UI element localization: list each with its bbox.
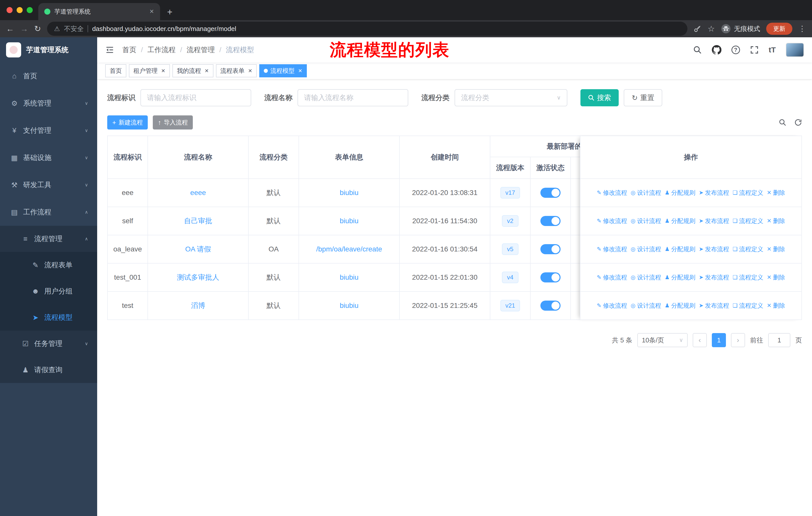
refresh-table-icon[interactable] xyxy=(794,119,802,126)
publish-process-link[interactable]: ➤发布流程 xyxy=(699,189,729,197)
form-info-link[interactable]: biubiu xyxy=(340,189,359,197)
bookmark-star-icon[interactable]: ☆ xyxy=(707,25,715,33)
minimize-window-button[interactable] xyxy=(17,7,23,13)
process-definition-link[interactable]: ❏流程定义 xyxy=(733,217,763,225)
process-definition-link[interactable]: ❏流程定义 xyxy=(733,245,763,253)
reset-button[interactable]: ↻ 重置 xyxy=(624,89,662,106)
modify-process-link[interactable]: ✎修改流程 xyxy=(597,189,627,197)
close-tag-icon[interactable]: ✕ xyxy=(205,68,209,74)
next-page-button[interactable]: › xyxy=(731,333,745,347)
process-name-link[interactable]: 滔博 xyxy=(191,301,205,310)
assign-rule-link[interactable]: ♟分配规则 xyxy=(665,245,695,253)
process-name-link[interactable]: OA 请假 xyxy=(185,244,211,254)
tag-my-process[interactable]: 我的流程✕ xyxy=(172,64,213,77)
delete-process-link[interactable]: ✕删除 xyxy=(767,245,785,253)
sidebar-item-process-manage[interactable]: ≡流程管理∧ xyxy=(0,226,97,252)
modify-process-link[interactable]: ✎修改流程 xyxy=(597,273,627,281)
sidebar-item-user-group[interactable]: ☻用户分组 xyxy=(0,278,97,304)
category-select[interactable]: 流程分类 ∨ xyxy=(455,89,567,106)
publish-process-link[interactable]: ➤发布流程 xyxy=(699,217,729,225)
password-key-icon[interactable] xyxy=(693,25,701,33)
form-info-link[interactable]: biubiu xyxy=(340,302,359,310)
browser-tab[interactable]: 芋道管理系统 ✕ xyxy=(38,3,160,20)
browser-menu-icon[interactable]: ⋮ xyxy=(799,25,806,32)
github-icon[interactable] xyxy=(712,45,721,55)
process-name-link[interactable]: 自己审批 xyxy=(184,216,212,226)
update-button[interactable]: 更新 xyxy=(766,23,792,35)
help-icon[interactable]: ? xyxy=(731,46,740,54)
design-process-link[interactable]: ◎设计流程 xyxy=(631,273,661,281)
goto-page-input[interactable] xyxy=(768,333,790,347)
toggle-search-icon[interactable] xyxy=(779,119,786,126)
sidebar-item-infrastructure[interactable]: ▦基础设施∨ xyxy=(0,144,97,171)
create-process-button[interactable]: + 新建流程 xyxy=(107,115,148,130)
modify-process-link[interactable]: ✎修改流程 xyxy=(597,245,627,253)
delete-process-link[interactable]: ✕删除 xyxy=(767,217,785,225)
close-tag-icon[interactable]: ✕ xyxy=(161,68,165,74)
active-toggle[interactable] xyxy=(541,301,560,311)
sidebar-item-dev-tools[interactable]: ⚒研发工具∨ xyxy=(0,171,97,198)
process-definition-link[interactable]: ❏流程定义 xyxy=(733,302,763,310)
forward-button[interactable]: → xyxy=(20,25,28,33)
maximize-window-button[interactable] xyxy=(27,7,33,13)
publish-process-link[interactable]: ➤发布流程 xyxy=(699,273,729,281)
active-toggle[interactable] xyxy=(541,272,560,282)
url-bar[interactable]: ⚠ 不安全 dashboard.yudao.iocoder.cn/bpm/man… xyxy=(47,22,688,36)
sidebar-item-leave-query[interactable]: ♟请假查询 xyxy=(0,357,97,383)
sidebar-item-system-manage[interactable]: ⚙系统管理∨ xyxy=(0,90,97,117)
design-process-link[interactable]: ◎设计流程 xyxy=(631,217,661,225)
sidebar-item-process-model[interactable]: ➤流程模型 xyxy=(0,304,97,331)
assign-rule-link[interactable]: ♟分配规则 xyxy=(665,302,695,310)
search-icon[interactable] xyxy=(693,46,702,54)
sidebar-item-task-manage[interactable]: ☑任务管理∨ xyxy=(0,331,97,357)
form-info-link[interactable]: biubiu xyxy=(340,217,359,225)
page-size-select[interactable]: 10条/页 ∨ xyxy=(637,333,688,347)
tag-process-form[interactable]: 流程表单✕ xyxy=(216,64,257,77)
assign-rule-link[interactable]: ♟分配规则 xyxy=(665,273,695,281)
active-toggle[interactable] xyxy=(541,188,560,198)
assign-rule-link[interactable]: ♟分配规则 xyxy=(665,217,695,225)
process-name-link[interactable]: 测试多审批人 xyxy=(177,273,219,282)
sidebar-item-home[interactable]: ⌂首页 xyxy=(0,62,97,90)
modify-process-link[interactable]: ✎修改流程 xyxy=(597,217,627,225)
sidebar-collapse-icon[interactable] xyxy=(105,45,114,54)
assign-rule-link[interactable]: ♟分配规则 xyxy=(665,189,695,197)
sidebar-item-workflow[interactable]: ▤工作流程∧ xyxy=(0,198,97,226)
design-process-link[interactable]: ◎设计流程 xyxy=(631,189,661,197)
user-avatar[interactable] xyxy=(786,43,804,57)
publish-process-link[interactable]: ➤发布流程 xyxy=(699,245,729,253)
tag-tenant-manage[interactable]: 租户管理✕ xyxy=(129,64,170,77)
publish-process-link[interactable]: ➤发布流程 xyxy=(699,302,729,310)
process-definition-link[interactable]: ❏流程定义 xyxy=(733,273,763,281)
delete-process-link[interactable]: ✕删除 xyxy=(767,273,785,281)
process-name-link[interactable]: eeee xyxy=(190,189,206,197)
process-definition-link[interactable]: ❏流程定义 xyxy=(733,189,763,197)
breadcrumb-item[interactable]: 流程管理 xyxy=(187,45,215,55)
current-page-button[interactable]: 1 xyxy=(712,333,726,347)
fullscreen-icon[interactable] xyxy=(750,46,759,54)
close-tag-icon[interactable]: ✕ xyxy=(248,68,253,74)
form-info-link[interactable]: biubiu xyxy=(340,273,359,281)
prev-page-button[interactable]: ‹ xyxy=(693,333,707,347)
close-window-button[interactable] xyxy=(6,7,12,13)
design-process-link[interactable]: ◎设计流程 xyxy=(631,302,661,310)
breadcrumb-item[interactable]: 工作流程 xyxy=(147,45,176,55)
tag-home[interactable]: 首页 xyxy=(105,64,126,77)
process-name-input[interactable] xyxy=(297,89,408,106)
close-tab-icon[interactable]: ✕ xyxy=(149,8,154,15)
back-button[interactable]: ← xyxy=(6,25,14,33)
search-button[interactable]: 搜索 xyxy=(580,89,619,106)
form-info-link[interactable]: /bpm/oa/leave/create xyxy=(316,245,382,253)
process-key-input[interactable] xyxy=(141,89,251,106)
sidebar-item-process-form[interactable]: ✎流程表单 xyxy=(0,252,97,278)
reload-button[interactable]: ↻ xyxy=(34,25,41,33)
breadcrumb-item[interactable]: 首页 xyxy=(122,45,137,55)
close-tag-icon[interactable]: ✕ xyxy=(298,68,302,74)
sidebar-item-payment-manage[interactable]: ¥支付管理∨ xyxy=(0,117,97,144)
security-warning-icon[interactable]: ⚠ xyxy=(54,25,60,33)
design-process-link[interactable]: ◎设计流程 xyxy=(631,245,661,253)
font-size-icon[interactable]: tT xyxy=(769,46,776,54)
active-toggle[interactable] xyxy=(541,216,560,226)
delete-process-link[interactable]: ✕删除 xyxy=(767,302,785,310)
tag-process-model[interactable]: 流程模型✕ xyxy=(259,64,307,77)
